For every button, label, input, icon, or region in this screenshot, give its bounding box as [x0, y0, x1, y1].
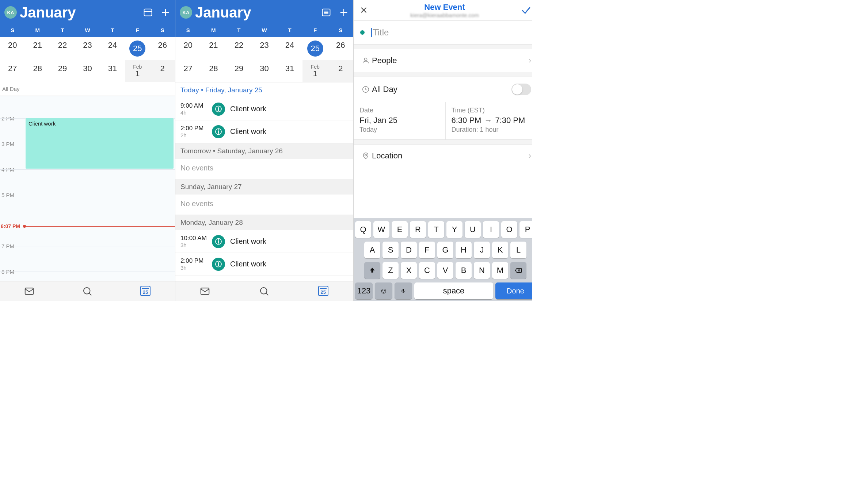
space-key[interactable]: space: [414, 282, 493, 299]
add-event-icon[interactable]: [160, 7, 171, 18]
calendar-event[interactable]: Client work: [26, 118, 174, 169]
date-cell[interactable]: 23: [252, 37, 277, 60]
clock-icon: [359, 85, 372, 93]
calendar-color-icon: ⓘ: [212, 235, 225, 248]
key-j[interactable]: J: [474, 242, 490, 258]
time-start: 6:30 PM: [452, 116, 481, 125]
month-title[interactable]: January: [20, 4, 143, 21]
event-title-field[interactable]: [354, 20, 532, 44]
calendar-agenda-panel: KA January S M T W T F S 20 21 22: [175, 0, 354, 301]
date-cell[interactable]: 23: [75, 37, 100, 60]
emoji-key[interactable]: ☺: [375, 282, 392, 299]
key-m[interactable]: M: [492, 262, 508, 279]
done-key[interactable]: Done: [495, 282, 532, 299]
title-input[interactable]: [373, 27, 531, 38]
key-t[interactable]: T: [428, 221, 444, 238]
event-title: Client work: [28, 120, 56, 127]
confirm-icon[interactable]: [520, 4, 532, 16]
key-x[interactable]: X: [401, 262, 417, 279]
key-e[interactable]: E: [392, 221, 408, 238]
all-day-toggle[interactable]: [511, 84, 531, 95]
time-label: Time (EST): [452, 107, 532, 114]
key-o[interactable]: O: [501, 221, 517, 238]
date-cell[interactable]: 24: [100, 37, 125, 60]
key-f[interactable]: F: [419, 242, 435, 258]
key-c[interactable]: C: [419, 262, 435, 279]
time-field[interactable]: Time (EST) 6:30 PM → 7:30 PM Duration: 1…: [446, 102, 532, 139]
date-cell[interactable]: 30: [75, 60, 100, 82]
dictation-key[interactable]: [395, 282, 412, 299]
date-cell[interactable]: 2: [150, 60, 175, 82]
date-cell[interactable]: 26: [328, 37, 353, 60]
calendar-tab-icon[interactable]: 25: [140, 286, 151, 297]
key-q[interactable]: Q: [355, 221, 371, 238]
date-cell[interactable]: 26: [150, 37, 175, 60]
date-cell[interactable]: 20: [0, 37, 25, 60]
shift-key[interactable]: [364, 262, 380, 279]
key-k[interactable]: K: [492, 242, 508, 258]
key-g[interactable]: G: [437, 242, 453, 258]
search-tab-icon[interactable]: [82, 286, 93, 297]
date-field[interactable]: Date Fri, Jan 25 Today: [354, 102, 446, 139]
date-cell[interactable]: 21: [201, 37, 226, 60]
mail-tab-icon[interactable]: [199, 286, 210, 297]
avatar[interactable]: KA: [4, 6, 17, 19]
date-cell-selected[interactable]: 25: [302, 37, 328, 60]
date-cell[interactable]: 28: [25, 60, 50, 82]
date-cell-selected[interactable]: 25: [125, 37, 150, 60]
key-r[interactable]: R: [410, 221, 426, 238]
mail-tab-icon[interactable]: [24, 286, 35, 297]
date-cell[interactable]: 27: [175, 60, 201, 82]
key-n[interactable]: N: [474, 262, 490, 279]
key-z[interactable]: Z: [382, 262, 399, 279]
key-b[interactable]: B: [456, 262, 472, 279]
date-cell[interactable]: 22: [226, 37, 252, 60]
view-mode-icon[interactable]: [143, 7, 153, 18]
key-h[interactable]: H: [456, 242, 472, 258]
numeric-key[interactable]: 123: [355, 282, 373, 299]
date-cell[interactable]: 20: [175, 37, 201, 60]
date-cell[interactable]: 2: [328, 60, 353, 82]
list-view-icon[interactable]: [321, 7, 331, 18]
agenda-item[interactable]: 9:00 AM4h ⓘ Client work: [175, 98, 353, 120]
agenda-item[interactable]: 2:00 PM3h ⓘ Client work: [175, 253, 353, 276]
close-icon[interactable]: ✕: [359, 5, 369, 16]
date-cell[interactable]: 30: [252, 60, 277, 82]
add-event-icon[interactable]: [339, 7, 349, 18]
date-cell[interactable]: 24: [277, 37, 302, 60]
key-u[interactable]: U: [465, 221, 481, 238]
key-p[interactable]: P: [519, 221, 532, 238]
month-title[interactable]: January: [195, 4, 321, 21]
calendar-day-panel: KA January S M T W T F S 20 21 22: [0, 0, 175, 301]
date-cell[interactable]: Feb1: [302, 60, 328, 82]
date-cell[interactable]: 28: [201, 60, 226, 82]
key-i[interactable]: I: [483, 221, 499, 238]
svg-point-5: [84, 288, 90, 294]
date-cell[interactable]: 31: [100, 60, 125, 82]
date-cell[interactable]: 27: [0, 60, 25, 82]
key-w[interactable]: W: [373, 221, 389, 238]
key-a[interactable]: A: [364, 242, 380, 258]
backspace-key[interactable]: [510, 262, 526, 279]
day-timeline[interactable]: 2 PM 3 PM 4 PM 5 PM 7 PM 8 PM Client wor…: [0, 96, 175, 281]
people-field[interactable]: People ›: [354, 49, 532, 72]
key-v[interactable]: V: [437, 262, 453, 279]
date-cell[interactable]: 31: [277, 60, 302, 82]
key-y[interactable]: Y: [446, 221, 462, 238]
avatar[interactable]: KA: [180, 6, 192, 19]
calendar-tab-icon[interactable]: 25: [318, 286, 329, 297]
date-cell[interactable]: 22: [50, 37, 75, 60]
key-s[interactable]: S: [382, 242, 399, 258]
location-field[interactable]: Location ›: [354, 145, 532, 167]
date-cell[interactable]: 29: [50, 60, 75, 82]
date-cell[interactable]: 21: [25, 37, 50, 60]
search-tab-icon[interactable]: [259, 286, 270, 297]
date-cell[interactable]: Feb1: [125, 60, 150, 82]
agenda-list[interactable]: Today • Friday, January 25 9:00 AM4h ⓘ C…: [175, 82, 353, 281]
key-d[interactable]: D: [401, 242, 417, 258]
agenda-item[interactable]: 10:00 AM3h ⓘ Client work: [175, 230, 353, 253]
date-cell[interactable]: 29: [226, 60, 252, 82]
agenda-item[interactable]: 2:00 PM2h ⓘ Client work: [175, 120, 353, 143]
key-l[interactable]: L: [510, 242, 526, 258]
arrow-right-icon: →: [484, 116, 492, 125]
